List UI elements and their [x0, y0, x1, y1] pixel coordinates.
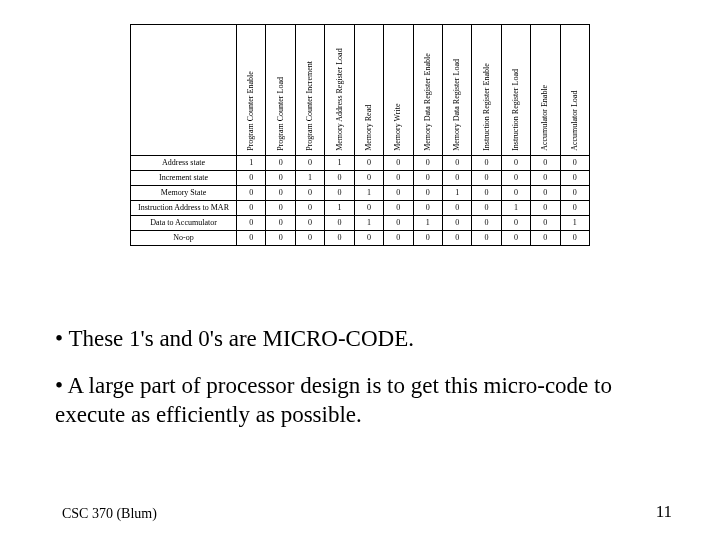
cell: 1	[325, 156, 354, 171]
table-row: Data to Accumulator 0 0 0 0 1 0 1 0 0 0 …	[131, 216, 590, 231]
cell: 0	[442, 216, 471, 231]
row-label: Memory State	[131, 186, 237, 201]
bullet-1: • These 1's and 0's are MICRO-CODE.	[55, 325, 670, 354]
col-label: Instruction Register Enable	[482, 63, 491, 151]
cell: 0	[531, 171, 560, 186]
cell: 0	[384, 201, 413, 216]
row-label: No-op	[131, 231, 237, 246]
cell: 0	[413, 171, 442, 186]
col-header: Program Counter Load	[266, 25, 295, 156]
cell: 0	[295, 216, 324, 231]
col-label: Program Counter Enable	[247, 71, 256, 151]
cell: 0	[472, 186, 501, 201]
cell: 0	[237, 186, 266, 201]
microcode-table: Program Counter Enable Program Counter L…	[130, 24, 590, 246]
cell: 0	[295, 201, 324, 216]
col-header: Memory Write	[384, 25, 413, 156]
cell: 0	[384, 171, 413, 186]
cell: 1	[560, 216, 589, 231]
table-row: Address state 1 0 0 1 0 0 0 0 0 0 0 0	[131, 156, 590, 171]
cell: 0	[354, 231, 383, 246]
col-label: Memory Data Register Load	[453, 59, 462, 151]
cell: 0	[295, 156, 324, 171]
cell: 0	[501, 171, 530, 186]
col-label: Program Counter Increment	[306, 61, 315, 151]
cell: 1	[413, 216, 442, 231]
col-header: Memory Data Register Load	[442, 25, 471, 156]
cell: 1	[354, 216, 383, 231]
table-header-row: Program Counter Enable Program Counter L…	[131, 25, 590, 156]
footer-right: 11	[656, 502, 672, 522]
cell: 0	[531, 231, 560, 246]
cell: 0	[354, 171, 383, 186]
cell: 0	[325, 231, 354, 246]
cell: 0	[413, 156, 442, 171]
cell: 0	[472, 201, 501, 216]
col-header: Program Counter Enable	[237, 25, 266, 156]
table-row: No-op 0 0 0 0 0 0 0 0 0 0 0 0	[131, 231, 590, 246]
col-label: Program Counter Load	[276, 77, 285, 151]
cell: 0	[413, 231, 442, 246]
col-header: Memory Address Register Load	[325, 25, 354, 156]
row-label: Address state	[131, 156, 237, 171]
cell: 0	[442, 201, 471, 216]
col-header: Accumulator Enable	[531, 25, 560, 156]
microcode-table-container: Program Counter Enable Program Counter L…	[130, 24, 590, 246]
row-label: Data to Accumulator	[131, 216, 237, 231]
table-row: Instruction Address to MAR 0 0 0 1 0 0 0…	[131, 201, 590, 216]
row-label: Increment state	[131, 171, 237, 186]
footer-left: CSC 370 (Blum)	[62, 506, 157, 522]
cell: 0	[266, 156, 295, 171]
cell: 0	[531, 216, 560, 231]
cell: 0	[266, 231, 295, 246]
cell: 0	[560, 231, 589, 246]
cell: 1	[442, 186, 471, 201]
cell: 0	[295, 186, 324, 201]
col-header: Program Counter Increment	[295, 25, 324, 156]
cell: 0	[384, 186, 413, 201]
cell: 0	[325, 171, 354, 186]
cell: 1	[325, 201, 354, 216]
cell: 1	[501, 201, 530, 216]
cell: 0	[354, 201, 383, 216]
cell: 0	[384, 156, 413, 171]
col-label: Accumulator Load	[570, 91, 579, 151]
table-row: Memory State 0 0 0 0 1 0 0 1 0 0 0 0	[131, 186, 590, 201]
cell: 0	[501, 186, 530, 201]
cell: 0	[472, 216, 501, 231]
cell: 0	[560, 186, 589, 201]
cell: 0	[325, 216, 354, 231]
cell: 0	[237, 231, 266, 246]
cell: 1	[237, 156, 266, 171]
cell: 0	[384, 216, 413, 231]
cell: 0	[237, 201, 266, 216]
cell: 0	[266, 216, 295, 231]
col-label: Memory Write	[394, 104, 403, 151]
col-label: Accumulator Enable	[541, 85, 550, 151]
cell: 0	[442, 231, 471, 246]
col-header: Instruction Register Enable	[472, 25, 501, 156]
cell: 0	[472, 156, 501, 171]
slide: Program Counter Enable Program Counter L…	[0, 0, 720, 540]
header-blank	[131, 25, 237, 156]
cell: 0	[325, 186, 354, 201]
table-row: Increment state 0 0 1 0 0 0 0 0 0 0 0 0	[131, 171, 590, 186]
col-header: Memory Data Register Enable	[413, 25, 442, 156]
cell: 0	[560, 201, 589, 216]
row-label: Instruction Address to MAR	[131, 201, 237, 216]
cell: 0	[266, 171, 295, 186]
cell: 0	[442, 156, 471, 171]
col-header: Instruction Register Load	[501, 25, 530, 156]
cell: 0	[531, 186, 560, 201]
cell: 0	[384, 231, 413, 246]
cell: 0	[501, 156, 530, 171]
cell: 0	[472, 171, 501, 186]
cell: 0	[295, 231, 324, 246]
cell: 0	[531, 156, 560, 171]
cell: 0	[501, 231, 530, 246]
cell: 0	[531, 201, 560, 216]
col-header: Memory Read	[354, 25, 383, 156]
table-body: Address state 1 0 0 1 0 0 0 0 0 0 0 0 In…	[131, 156, 590, 246]
cell: 0	[237, 216, 266, 231]
cell: 1	[354, 186, 383, 201]
